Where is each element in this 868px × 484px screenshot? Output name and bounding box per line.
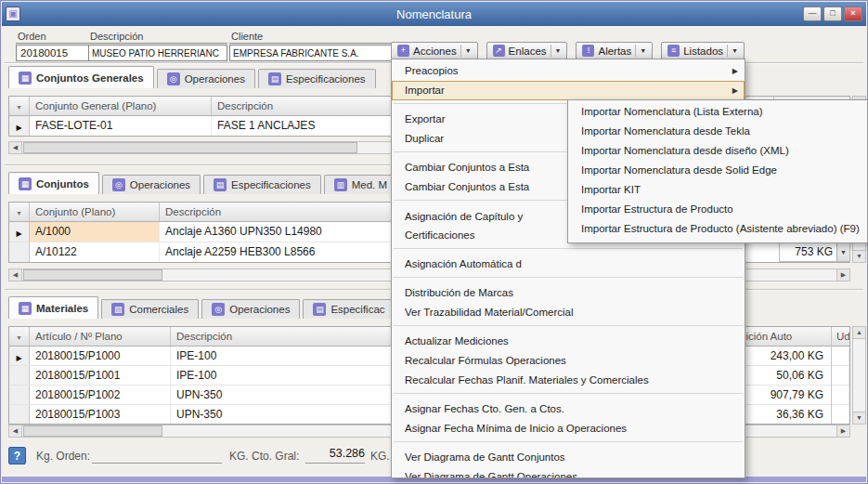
submenu-item[interactable]: Importar Estructura de Producto (Asisten… (568, 219, 867, 239)
menu-item[interactable]: Asignación Automática d (392, 255, 745, 274)
menu-item[interactable] (392, 277, 745, 283)
scroll-up-icon[interactable]: ▲ (853, 327, 865, 339)
menu-item[interactable]: Recalcular Fechas Planif. Materiales y C… (392, 371, 745, 390)
cell-conjunto-general: FASE-LOTE-01 (30, 116, 212, 136)
menu-item[interactable] (392, 441, 745, 448)
tab-icon: ◎ (112, 178, 125, 191)
kg-value-editor[interactable]: 753 KG ▼ (779, 242, 850, 262)
toolbar-button[interactable]: + Acciones ▼ (391, 42, 478, 59)
scroll-down-icon[interactable]: ▼ (853, 250, 865, 262)
tab[interactable]: ◎ Operaciones (102, 175, 201, 194)
tab[interactable]: ▦ Conjuntos Generales (8, 66, 154, 88)
scrollbar-thumb[interactable] (23, 425, 162, 437)
tab[interactable]: ◎ Operaciones (201, 299, 300, 319)
menu-item-label: Asignación Automática d (405, 258, 522, 269)
tab[interactable]: ▤ Especificaciones (258, 69, 376, 88)
menu-item[interactable]: Recalcular Fórmulas Operaciones (392, 351, 745, 371)
menu-item[interactable]: Asignación de Capítulo y Certificaciones (392, 206, 557, 245)
scroll-right-icon[interactable]: ▶ (836, 425, 849, 437)
toolbar-button-icon: + (397, 45, 409, 57)
submenu-item[interactable]: Importar Nomenclatura desde diseño (XML) (568, 141, 867, 161)
caret-down-icon[interactable]: ▼ (551, 45, 562, 57)
maximize-button[interactable]: □ (823, 7, 842, 21)
column-header-conjunto-general[interactable]: Conjunto General (Plano) (30, 97, 212, 115)
menu-item[interactable]: Ver Trazabilidad Material/Comercial (392, 303, 745, 322)
kg-cto-gral-value: 53.286 (305, 447, 365, 464)
filter-header-cell[interactable]: ▼ (9, 327, 30, 346)
minimize-button[interactable]: — (803, 7, 822, 21)
toolbar-button[interactable]: ≡ Listados ▼ (661, 42, 745, 59)
menu-item-label: Ver Diagrama de Gantt Conjuntos (405, 451, 565, 463)
row-selector-cell[interactable]: ▶ (9, 116, 30, 136)
scroll-left-icon[interactable]: ◀ (9, 425, 22, 437)
menu-item[interactable]: Ver Diagrama de Gantt Conjuntos (392, 448, 745, 467)
filter-header-cell[interactable]: ▼ (9, 97, 30, 115)
menu-item[interactable]: Actualizar Mediciones (392, 332, 745, 351)
toolbar-button[interactable]: ↗ Enlaces ▼ (486, 42, 568, 59)
submenu-item[interactable]: Importar Nomenclatura desde Tekla (568, 122, 867, 141)
tab-icon: ▧ (111, 303, 124, 316)
kg-orden-field[interactable] (92, 447, 222, 464)
menu-item[interactable]: Preacopios ▶ (392, 61, 745, 81)
column-header-ud[interactable]: Ud. S (832, 327, 850, 347)
caret-down-icon[interactable]: ▼ (727, 45, 738, 57)
tab[interactable]: ▦ Conjuntos (8, 172, 99, 194)
tab[interactable]: ▤ Especificaciones (203, 175, 321, 194)
menu-item[interactable]: Importar ▶ (392, 81, 745, 100)
row-selector-cell[interactable] (9, 386, 30, 404)
scroll-down-icon[interactable]: ▼ (853, 412, 865, 424)
toolbar-button[interactable]: ! Alertas ▼ (576, 42, 653, 59)
submenu-item[interactable]: Importar Nomenclatura desde Solid Edge (568, 161, 867, 180)
menu-item[interactable]: Distribución de Marcas (392, 283, 745, 303)
filter-icon[interactable]: ▼ (16, 210, 22, 216)
menu-item[interactable] (392, 393, 745, 399)
row-selector-cell[interactable]: ▶ (9, 222, 30, 242)
row-selector-cell[interactable]: ▶ (9, 347, 30, 365)
tab-label: Especificaciones (286, 73, 366, 85)
scroll-left-icon[interactable]: ◀ (9, 269, 22, 281)
descripcion-field: Descripción (88, 31, 227, 61)
vertical-scrollbar[interactable]: ▲ ▼ (852, 326, 866, 425)
menu-item[interactable]: Asignar Fechas Cto. Gen. a Ctos. (392, 399, 745, 419)
submenu-item[interactable]: Importar Nomenclatura (Lista Externa) (568, 102, 867, 122)
cliente-label: Cliente (229, 31, 393, 44)
tab[interactable]: ◎ Operaciones (157, 69, 255, 88)
scroll-right-icon[interactable]: ▶ (836, 269, 849, 281)
row-selector-cell[interactable] (9, 366, 30, 385)
tab[interactable]: ▤ Especificac (303, 299, 395, 319)
menu-item[interactable] (392, 325, 745, 332)
column-header-conjunto[interactable]: Conjunto (Plano) (30, 203, 160, 221)
row-pointer-icon: ▶ (16, 229, 21, 238)
row-pointer-icon: ▶ (16, 124, 21, 132)
scroll-left-icon[interactable]: ◀ (9, 142, 22, 153)
scrollbar-thumb[interactable] (23, 142, 357, 153)
row-selector-cell[interactable] (9, 405, 30, 424)
titlebar[interactable]: ▣ Nomenclatura — □ × (2, 2, 866, 26)
menu-item[interactable]: Ver Diagrama de Gantt Operaciones (392, 467, 745, 478)
menu-item[interactable]: Asignar Fecha Mínima de Inicio a Operaci… (392, 419, 745, 438)
kg-cto-gral-label: KG. Cto. Gral: (229, 450, 299, 463)
submenu-item[interactable]: Importar KIT (568, 180, 867, 200)
row-selector-cell[interactable] (9, 242, 30, 262)
caret-down-icon[interactable]: ▼ (460, 45, 472, 57)
toolbar-button-icon: ↗ (493, 45, 505, 57)
column-header-articulo[interactable]: Artículo / Nº Plano (30, 327, 171, 346)
column-header-medicion-auto[interactable]: dición Auto (735, 327, 831, 347)
menu-item[interactable] (392, 248, 745, 255)
tab[interactable]: ▧ Comerciales (101, 299, 199, 319)
submenu-item[interactable]: Importar Estructura de Producto (568, 200, 867, 219)
filter-icon[interactable]: ▼ (16, 104, 22, 111)
cliente-input[interactable] (229, 45, 393, 61)
close-button[interactable]: × (844, 7, 862, 21)
descripcion-input[interactable] (88, 45, 227, 61)
scrollbar-thumb[interactable] (23, 269, 162, 281)
menu-item-label: Cambiar Conjuntos a Esta (405, 162, 529, 173)
filter-header-cell[interactable]: ▼ (9, 203, 30, 221)
tab[interactable]: ▦ Materiales (8, 296, 98, 319)
cell-conjunto: A/10122 (30, 242, 160, 262)
caret-down-icon[interactable]: ▼ (635, 45, 646, 57)
filter-icon[interactable]: ▼ (16, 334, 22, 341)
kg-value-dropdown-icon[interactable]: ▼ (836, 242, 849, 261)
help-button[interactable]: ? (8, 447, 26, 464)
tab-icon: ▤ (268, 72, 281, 85)
